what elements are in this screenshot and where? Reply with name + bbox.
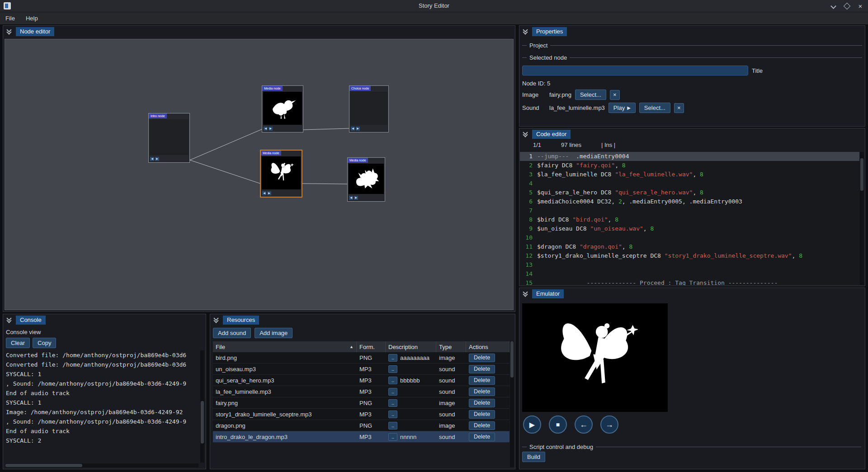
delete-button[interactable]: Delete <box>469 399 495 407</box>
node-prev-icon[interactable]: ◀ <box>262 191 266 195</box>
code-line[interactable]: 6$mediaChoice0004 DC32, 2, .mediaEntry00… <box>520 197 859 206</box>
graph-node-choice[interactable]: Choice node◀▶ <box>349 85 389 132</box>
edit-description-button[interactable]: .. <box>388 388 397 396</box>
play-button[interactable]: ▶ <box>523 415 541 434</box>
code-text-area[interactable]: 1--jump--- .mediaEntry00042$fairy DC8 "f… <box>520 152 859 285</box>
table-row[interactable]: intro_drako_le_dragon.mp3MP3..nnnnnsound… <box>213 431 509 443</box>
edit-description-button[interactable]: .. <box>388 365 397 373</box>
graph-node-intro[interactable]: Intro node◀▶ <box>148 113 190 163</box>
code-line[interactable]: 5$qui_sera_le_hero DC8 "qui_sera_le_hero… <box>520 188 859 197</box>
collapse-icon[interactable] <box>212 316 220 324</box>
edit-description-button[interactable]: .. <box>388 399 397 407</box>
node-next-icon[interactable]: ▶ <box>269 127 273 131</box>
node-prev-icon[interactable]: ◀ <box>264 127 268 131</box>
node-graph-canvas[interactable]: Intro node◀▶Media node◀▶Choice node◀▶Med… <box>5 39 514 310</box>
scrollbar-thumb[interactable] <box>510 341 514 378</box>
close-icon[interactable]: × <box>854 1 866 11</box>
collapse-icon[interactable] <box>5 28 13 36</box>
code-vertical-scrollbar[interactable] <box>860 152 864 285</box>
code-line[interactable]: 2$fairy DC8 "fairy.qoi", 8 <box>520 161 859 170</box>
table-row[interactable]: bird.pngPNG..aaaaaaaaaimageDelete <box>213 352 509 363</box>
console-clear-button[interactable]: Clear <box>6 338 30 348</box>
code-line[interactable]: 1--jump--- .mediaEntry0004 <box>520 152 859 161</box>
graph-node-dragon[interactable]: Media node◀▶ <box>347 157 385 202</box>
menu-help[interactable]: Help <box>20 12 43 24</box>
console-log[interactable]: Converted file: /home/anthony/ostproj/ba… <box>6 350 198 463</box>
node-prev-icon[interactable]: ◀ <box>150 157 154 161</box>
console-vertical-scrollbar[interactable] <box>200 350 204 463</box>
code-line[interactable]: 12$story1_drako_luminelle_sceptre DC8 "s… <box>520 251 859 260</box>
table-row[interactable]: la_fee_luminelle.mp3MP3..soundDelete <box>213 386 509 397</box>
node-prev-icon[interactable]: ◀ <box>349 196 353 200</box>
delete-button[interactable]: Delete <box>469 354 495 362</box>
collapse-icon[interactable] <box>521 28 529 36</box>
code-line[interactable]: 8$bird DC8 "bird.qoi", 8 <box>520 215 859 224</box>
delete-button[interactable]: Delete <box>469 376 495 385</box>
maximize-icon[interactable] <box>841 1 853 11</box>
column-header-format[interactable]: Form. <box>357 341 386 352</box>
console-copy-button[interactable]: Copy <box>33 338 56 348</box>
table-row[interactable]: story1_drako_luminelle_sceptre.mp3MP3..s… <box>213 409 509 420</box>
title-input[interactable] <box>522 66 748 76</box>
node-next-icon[interactable]: ▶ <box>155 157 159 161</box>
scrollbar-thumb[interactable] <box>201 401 204 444</box>
code-line[interactable]: 3$la_fee_luminelle DC8 "la_fee_luminelle… <box>520 170 859 179</box>
delete-button[interactable]: Delete <box>469 365 495 373</box>
code-line[interactable]: 13 <box>520 260 859 269</box>
stop-button[interactable]: ■ <box>549 415 567 434</box>
column-header-actions[interactable]: Actions <box>466 341 509 352</box>
code-line[interactable]: 14 <box>520 269 859 278</box>
table-row[interactable]: dragon.pngPNG..imageDelete <box>213 420 509 431</box>
build-button[interactable]: Build <box>522 452 545 462</box>
code-line[interactable]: 10 <box>520 233 859 242</box>
step-forward-button[interactable]: → <box>600 415 618 434</box>
console-horizontal-scrollbar[interactable] <box>5 463 198 467</box>
menu-file[interactable]: File <box>0 12 20 24</box>
add-image-button[interactable]: Add image <box>255 328 292 338</box>
sound-play-button[interactable]: Play▶ <box>609 103 636 113</box>
collapse-icon[interactable] <box>521 130 529 138</box>
sound-select-button[interactable]: Select... <box>639 103 670 113</box>
column-header-type[interactable]: Type <box>436 341 466 352</box>
collapse-icon[interactable] <box>521 290 529 298</box>
code-line[interactable]: 9$un_oiseau DC8 "un_oiseau.wav", 8 <box>520 224 859 233</box>
table-row[interactable]: qui_sera_le_hero.mp3MP3..bbbbbbsoundDele… <box>213 375 509 386</box>
resources-vertical-scrollbar[interactable] <box>510 341 514 467</box>
actions-cell: Delete <box>466 386 509 397</box>
edit-description-button[interactable]: .. <box>388 433 397 441</box>
image-select-button[interactable]: Select... <box>575 90 606 100</box>
sound-clear-button[interactable]: × <box>674 103 684 113</box>
edit-description-button[interactable]: .. <box>388 422 397 430</box>
image-clear-button[interactable]: × <box>610 90 620 100</box>
code-line[interactable]: 11$dragon DC8 "dragon.qoi", 8 <box>520 242 859 251</box>
code-line[interactable]: 4 <box>520 179 859 188</box>
actions-cell: Delete <box>466 352 509 363</box>
scrollbar-thumb[interactable] <box>5 464 82 467</box>
table-row[interactable]: un_oiseau.mp3MP3..soundDelete <box>213 363 509 375</box>
console-log-line: , Sound: /home/anthony/ostproj/ba869e4b-… <box>6 379 198 388</box>
graph-node-bird[interactable]: Media node◀▶ <box>262 85 303 132</box>
image-field-label: Image <box>522 91 546 98</box>
graph-node-fairy[interactable]: Media node◀▶ <box>260 150 302 197</box>
delete-button[interactable]: Delete <box>469 410 495 419</box>
delete-button[interactable]: Delete <box>469 433 495 441</box>
add-sound-button[interactable]: Add sound <box>213 328 251 338</box>
node-prev-icon[interactable]: ◀ <box>351 127 355 131</box>
column-header-description[interactable]: Description <box>386 341 436 352</box>
edit-description-button[interactable]: .. <box>388 377 397 384</box>
minimize-icon[interactable] <box>827 1 839 11</box>
code-line[interactable]: 7 <box>520 206 859 215</box>
code-line[interactable]: 15 -------------- Proceed : Tag Transiti… <box>520 278 859 285</box>
table-row[interactable]: fairy.pngPNG..imageDelete <box>213 397 509 409</box>
node-next-icon[interactable]: ▶ <box>267 191 271 195</box>
collapse-icon[interactable] <box>5 316 13 324</box>
delete-button[interactable]: Delete <box>469 421 495 430</box>
node-next-icon[interactable]: ▶ <box>354 196 358 200</box>
node-next-icon[interactable]: ▶ <box>356 127 360 131</box>
edit-description-button[interactable]: .. <box>388 411 397 418</box>
delete-button[interactable]: Delete <box>469 387 495 396</box>
step-back-button[interactable]: ← <box>575 415 593 434</box>
edit-description-button[interactable]: .. <box>388 354 397 362</box>
column-header-file[interactable]: File ▲ <box>213 341 357 352</box>
scrollbar-thumb[interactable] <box>860 158 863 191</box>
